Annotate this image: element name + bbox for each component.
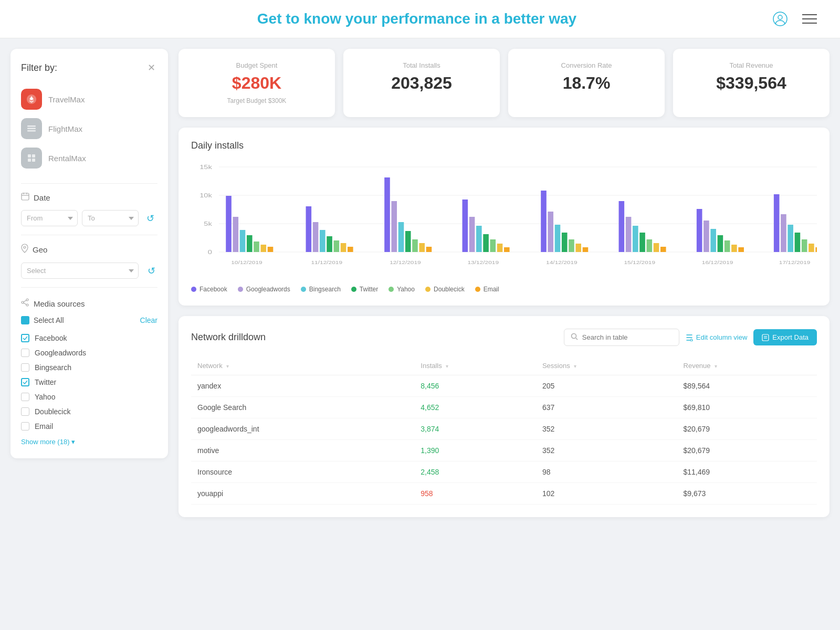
svg-text:14/12/2019: 14/12/2019 [546,259,578,265]
svg-rect-11 [32,159,35,162]
search-input[interactable] [582,333,673,341]
select-all-checkbox[interactable] [21,316,29,324]
svg-text:11/12/2019: 11/12/2019 [311,259,342,265]
table-row: motive 1,390 352 $20,679 [191,440,817,461]
export-data-button[interactable]: Export Data [753,329,817,345]
clear-link[interactable]: Clear [140,316,158,324]
twitter-legend-dot [351,287,356,292]
col-revenue: Revenue ▾ [677,356,817,375]
app-item-rentalmax[interactable]: RentalMax [21,143,158,173]
menu-icon[interactable] [800,9,819,28]
svg-point-96 [690,339,692,341]
budget-value: $280K [191,74,322,93]
table-row: Ironsource 2,458 98 $11,469 [191,461,817,483]
sidebar: Filter by: ✕ TravelMax [10,49,168,458]
svg-rect-84 [738,247,744,252]
calendar-icon [21,192,29,203]
doublecick-checkbox[interactable] [21,407,29,416]
svg-rect-44 [348,247,353,252]
svg-rect-64 [555,225,561,252]
svg-rect-55 [469,217,475,252]
date-reset-button[interactable]: ↺ [143,211,158,226]
bingsearch-checkbox[interactable] [21,363,29,372]
cell-installs: 3,874 [414,418,536,440]
svg-rect-34 [254,242,259,252]
yahoo-checkbox[interactable] [21,393,29,401]
svg-text:17/12/2019: 17/12/2019 [779,259,811,265]
legend-googleadwords: Googleadwords [238,286,290,293]
yahoo-legend-dot [388,287,394,292]
show-more-button[interactable]: Show more (18) ▾ [21,438,158,446]
installs-sort-icon[interactable]: ▾ [446,363,448,369]
geo-select[interactable]: Select [21,262,139,279]
svg-rect-58 [490,239,496,252]
svg-rect-39 [313,222,319,252]
svg-rect-60 [504,247,510,252]
edit-column-view-button[interactable]: Edit column view [686,333,748,341]
svg-rect-42 [334,240,340,252]
facebook-checkbox[interactable] [21,334,29,342]
svg-rect-68 [583,247,589,252]
svg-line-95 [576,338,578,340]
svg-rect-51 [419,243,425,252]
select-all-row: Select All Clear [21,316,158,324]
geo-label: Geo [33,245,47,254]
sessions-sort-icon[interactable]: ▾ [574,363,576,369]
app-name-flightmax: FlightMax [48,124,82,133]
cell-revenue: $20,679 [677,418,817,440]
sidebar-header: Filter by: ✕ [21,61,158,74]
export-label: Export Data [772,333,808,341]
filter-title: Filter by: [21,62,57,74]
user-icon[interactable] [771,9,790,28]
svg-rect-73 [639,233,645,252]
svg-line-21 [24,303,26,304]
network-sort-icon[interactable]: ▾ [226,363,229,369]
cell-revenue: $9,673 [677,483,817,505]
svg-text:13/12/2019: 13/12/2019 [467,259,499,265]
twitter-checkbox[interactable] [21,378,29,386]
close-sidebar-button[interactable]: ✕ [145,61,158,74]
chart-legend: Facebook Googleadwords Bingsearch Twitte… [191,286,817,293]
email-checkbox[interactable] [21,422,29,430]
app-item-flightmax[interactable]: FlightMax [21,114,158,143]
email-legend-label: Email [484,286,499,293]
yahoo-label: Yahoo [35,393,55,401]
cell-sessions: 98 [536,461,677,483]
svg-rect-89 [795,233,801,252]
svg-point-18 [26,304,28,306]
table-row: youappi 958 102 $9,673 [191,483,817,505]
geo-reset-button[interactable]: ↺ [145,264,158,278]
googleadwords-checkbox[interactable] [21,349,29,357]
search-box [564,329,679,346]
chart-svg: 15k 10k 5k 0 10 [191,162,817,277]
svg-rect-33 [247,235,253,252]
rentalmax-icon [21,148,42,169]
source-googleadwords: Googleadwords [21,345,158,360]
bingsearch-legend-label: Bingsearch [309,286,341,293]
col-sessions: Sessions ▾ [536,356,677,375]
svg-rect-35 [260,245,266,252]
svg-rect-31 [233,217,238,252]
svg-rect-83 [731,245,737,252]
revenue-sort-icon[interactable]: ▾ [715,363,717,369]
installs-label: Total Installs [356,61,487,69]
email-legend-dot [475,287,480,292]
svg-rect-38 [306,206,312,252]
bingsearch-label: Bingsearch [35,363,71,372]
cell-sessions: 352 [536,440,677,461]
date-label: Date [34,193,50,202]
date-from-select[interactable]: From [21,210,78,226]
svg-rect-8 [28,154,31,158]
bingsearch-legend-dot [301,287,306,292]
app-item-travelmax[interactable]: TravelMax [21,85,158,114]
svg-text:10k: 10k [200,192,212,199]
svg-rect-50 [412,239,418,252]
date-section-label: Date [21,192,158,203]
title-suffix: in a better way [470,10,576,27]
revenue-value: $339,564 [686,74,817,93]
svg-rect-87 [781,214,786,252]
date-to-select[interactable]: To [82,210,139,226]
chart-area: 15k 10k 5k 0 10 [191,162,817,277]
search-icon [571,333,578,342]
googleadwords-legend-label: Googleadwords [246,286,290,293]
